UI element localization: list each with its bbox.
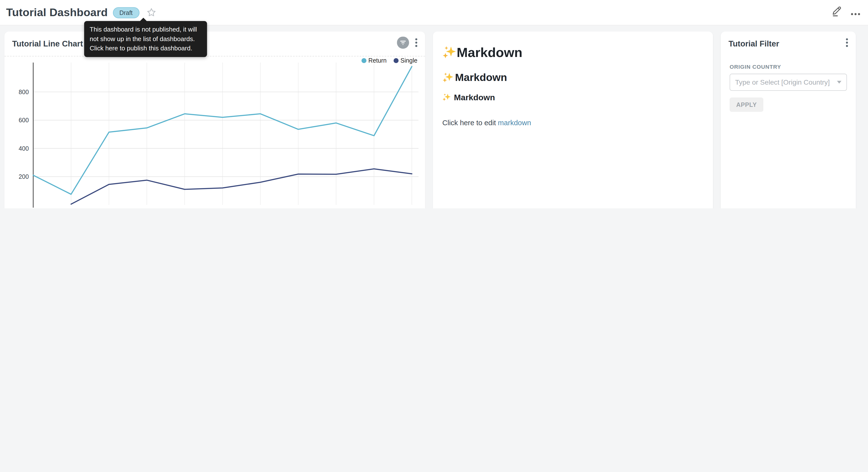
markdown-h2-text: Markdown — [455, 71, 507, 84]
markdown-h2: Markdown — [442, 71, 704, 84]
publish-tooltip: This dashboard is not published, it will… — [84, 21, 207, 57]
chart-legend: ReturnSingle — [362, 57, 417, 64]
apply-button[interactable]: APPLY — [730, 97, 763, 112]
x-tick-label: December — [398, 208, 425, 208]
markdown-h1-text: Markdown — [457, 45, 523, 60]
panel-line-chart: Tutorial Line Chart ReturnSingle 2004006… — [4, 32, 425, 208]
tooltip-text: This dashboard is not published, it will… — [90, 26, 197, 51]
panel-filter: Tutorial Filter ORIGIN COUNTRY Type or S… — [721, 32, 856, 208]
markdown-link[interactable]: markdown — [498, 118, 531, 127]
filter-body: ORIGIN COUNTRY Type or Select [Origin Co… — [721, 56, 856, 115]
x-tick-label: June — [178, 208, 191, 208]
series-line-single — [71, 169, 412, 204]
legend-item-return[interactable]: Return — [362, 57, 386, 64]
y-tick-label: 200 — [19, 173, 29, 180]
edit-pencil-icon[interactable] — [832, 6, 842, 19]
legend-dot — [394, 58, 399, 63]
x-tick-label: October — [325, 208, 347, 208]
x-tick-label: February — [21, 208, 45, 208]
markdown-h3-text: Markdown — [454, 92, 495, 102]
sparkles-icon — [442, 72, 454, 83]
markdown-h3: Markdown — [442, 92, 704, 102]
sparkles-icon — [442, 46, 457, 60]
x-tick-label: November — [360, 208, 388, 208]
y-tick-label: 600 — [19, 117, 29, 123]
select-placeholder: Type or Select [Origin Country] — [735, 78, 830, 86]
filter-field-label: ORIGIN COUNTRY — [730, 64, 847, 70]
ellipsis-icon[interactable] — [851, 7, 860, 18]
legend-label: Return — [368, 57, 386, 64]
x-tick-label: May — [141, 208, 153, 208]
x-tick-label: March — [63, 208, 80, 208]
legend-item-single[interactable]: Single — [394, 57, 417, 64]
panel-header: Tutorial Filter — [721, 32, 856, 56]
legend-label: Single — [401, 57, 417, 64]
markdown-paragraph: Click here to edit markdown — [442, 118, 704, 127]
sparkles-icon — [442, 93, 451, 101]
panel-markdown: Markdown Markdown Markdown Click here to… — [433, 32, 713, 208]
x-tick-label: September — [283, 208, 313, 208]
markdown-h1: Markdown — [442, 45, 704, 60]
y-tick-label: 800 — [19, 89, 29, 95]
caret-down-icon — [837, 81, 841, 84]
x-tick-label: August — [251, 208, 270, 208]
tooltip-caret — [140, 18, 148, 22]
kebab-menu-icon[interactable] — [846, 38, 848, 49]
legend-dot — [362, 58, 367, 63]
page-title: Tutorial Dashboard — [6, 6, 108, 19]
y-tick-label: 400 — [19, 145, 29, 152]
draft-status-badge[interactable]: Draft — [113, 7, 139, 18]
dashboard-page: Tutorial Dashboard Draft This dashboard … — [0, 0, 868, 208]
markdown-body: Markdown Markdown Markdown Click here to… — [433, 32, 713, 132]
markdown-paragraph-text: Click here to edit — [442, 118, 498, 127]
panel-title: Tutorial Filter — [728, 39, 779, 48]
x-tick-label: July — [217, 208, 228, 208]
favorite-star-icon[interactable] — [147, 8, 156, 17]
origin-country-select[interactable]: Type or Select [Origin Country] — [730, 73, 847, 91]
x-tick-label: April — [103, 208, 115, 208]
